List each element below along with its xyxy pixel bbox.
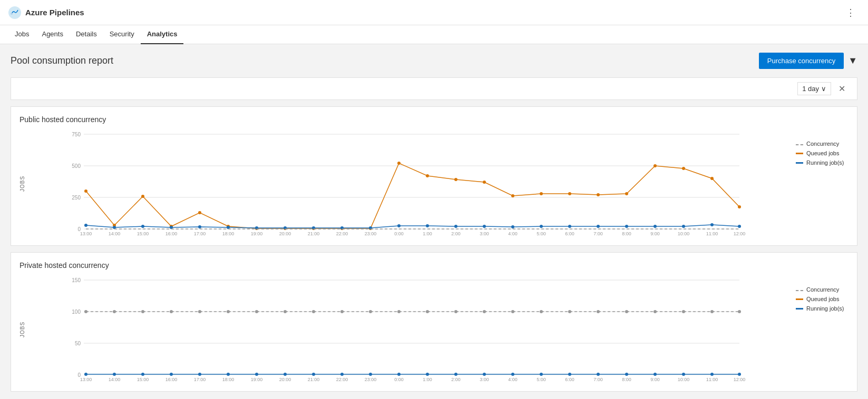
svg-text:8:00: 8:00 [622,231,631,236]
svg-point-131 [540,310,543,313]
purchase-concurrency-button[interactable]: Purchase concurrency [759,53,844,69]
private-chart-svg: 150 100 50 0 13:00 14:00 15:00 16:00 17:… [27,276,787,381]
svg-point-132 [568,310,571,313]
svg-point-48 [511,194,514,197]
svg-point-158 [597,373,600,376]
svg-point-59 [141,225,144,228]
svg-text:1:00: 1:00 [423,377,432,382]
svg-point-153 [454,373,457,376]
svg-point-60 [170,226,173,229]
svg-text:22:00: 22:00 [336,231,348,236]
legend-concurrency-color [796,144,803,145]
svg-point-35 [141,195,144,198]
svg-text:18:00: 18:00 [222,231,235,236]
svg-point-124 [340,310,344,313]
private-chart-section: Private hosted concurrency JOBS 150 100 … [11,252,857,392]
svg-text:2:00: 2:00 [451,377,461,382]
legend-queued-color [796,153,803,154]
legend-queued: Queued jobs [796,150,849,156]
svg-point-160 [654,373,657,376]
nav-tabs: Jobs Agents Details Security Analytics [0,25,868,44]
svg-point-79 [710,223,714,226]
svg-text:12:00: 12:00 [734,231,746,236]
public-chart-area: 750 500 250 0 13:00 14:00 15:00 16:00 17… [27,130,787,237]
day-selector[interactable]: 1 day ∨ [797,82,831,95]
svg-point-129 [483,310,486,313]
svg-point-70 [454,225,457,228]
public-chart-legend: Concurrency Queued jobs Running job(s) [796,130,849,237]
tab-security[interactable]: Security [103,25,141,44]
svg-point-149 [340,373,344,376]
svg-point-126 [397,310,401,313]
svg-text:19:00: 19:00 [251,377,263,382]
svg-point-75 [597,225,600,228]
svg-point-137 [710,310,714,313]
svg-point-152 [426,373,429,376]
tab-jobs[interactable]: Jobs [8,25,35,44]
svg-text:10:00: 10:00 [678,231,690,236]
svg-point-150 [369,373,372,376]
svg-text:14:00: 14:00 [109,231,121,236]
svg-text:250: 250 [72,195,81,201]
svg-text:15:00: 15:00 [137,377,149,382]
svg-point-119 [198,310,201,313]
tab-details[interactable]: Details [70,25,103,44]
svg-text:22:00: 22:00 [336,377,348,382]
svg-text:21:00: 21:00 [308,377,320,382]
private-chart-area: 150 100 50 0 13:00 14:00 15:00 16:00 17:… [27,276,787,383]
svg-text:9:00: 9:00 [650,231,660,236]
svg-point-127 [426,310,429,313]
svg-text:16:00: 16:00 [165,377,178,382]
legend-concurrency-private: Concurrency [796,286,849,293]
public-chart-container: JOBS 750 500 250 0 13:00 14:00 15:00 [19,130,849,237]
svg-text:4:00: 4:00 [508,231,518,236]
svg-point-56 [738,205,741,208]
svg-text:14:00: 14:00 [109,377,121,382]
svg-text:20:00: 20:00 [279,377,291,382]
svg-point-157 [568,373,571,376]
page-actions: Purchase concurrency ▼ [759,53,857,69]
svg-point-61 [198,225,201,228]
svg-text:0:00: 0:00 [394,231,404,236]
private-chart-container: JOBS 150 100 50 0 13:00 14:00 15:00 [19,276,849,383]
private-chart-y-label: JOBS [19,276,25,383]
svg-text:9:00: 9:00 [650,377,660,382]
svg-point-147 [284,373,287,376]
tab-agents[interactable]: Agents [35,25,69,44]
tab-analytics[interactable]: Analytics [141,25,184,44]
svg-text:4:00: 4:00 [508,377,518,382]
more-options-button[interactable]: ⋮ [842,5,860,21]
svg-point-58 [113,226,116,229]
filter-close-button[interactable]: ✕ [835,83,849,95]
svg-text:11:00: 11:00 [706,377,718,382]
svg-point-144 [198,373,201,376]
svg-text:150: 150 [72,277,81,283]
svg-text:23:00: 23:00 [365,231,377,236]
svg-text:8:00: 8:00 [622,377,631,382]
filter-icon[interactable]: ▼ [848,55,857,66]
svg-point-44 [397,162,401,165]
svg-point-52 [625,192,628,195]
svg-point-37 [198,211,201,214]
legend-running-private-color [796,308,803,310]
svg-point-116 [113,310,116,313]
legend-running-label: Running job(s) [806,159,844,166]
svg-text:18:00: 18:00 [222,377,235,382]
svg-point-151 [397,373,401,376]
svg-point-161 [682,373,685,376]
svg-point-143 [170,373,173,376]
svg-point-121 [255,310,258,313]
svg-text:6:00: 6:00 [565,231,574,236]
public-chart-title: Public hosted concurrency [19,115,849,124]
private-chart-title: Private hosted concurrency [19,261,849,270]
filter-bar: 1 day ∨ ✕ [11,77,857,100]
svg-point-163 [738,373,741,376]
svg-text:100: 100 [72,309,81,315]
svg-point-123 [312,310,315,313]
svg-point-33 [84,189,87,193]
svg-text:5:00: 5:00 [537,377,546,382]
svg-point-51 [597,193,600,196]
svg-point-74 [568,225,571,228]
app-logo-icon [8,6,21,19]
page-title: Pool consumption report [11,55,759,66]
